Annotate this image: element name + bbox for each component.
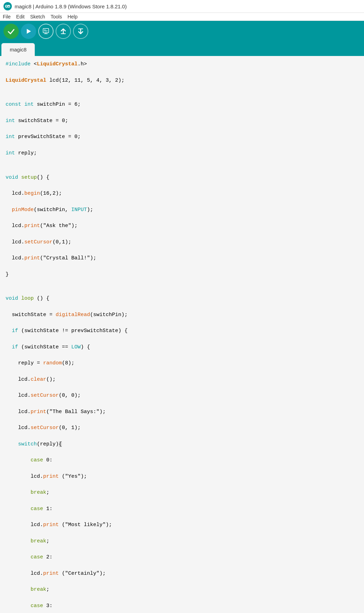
code-line-25: lcd.setCursor(0, 1); bbox=[6, 424, 358, 432]
serial-monitor-button[interactable] bbox=[38, 24, 54, 39]
code-line-4: const int switchPin = 6; bbox=[6, 100, 358, 108]
verify-button[interactable] bbox=[3, 24, 19, 39]
code-line-27: case 0: bbox=[6, 456, 358, 464]
menu-edit[interactable]: Edit bbox=[16, 14, 25, 19]
menu-help[interactable]: Help bbox=[67, 14, 78, 19]
menu-file[interactable]: File bbox=[3, 14, 11, 19]
code-line-22: lcd.clear(); bbox=[6, 376, 358, 384]
code-line-19: if (switchState != prevSwitchState) { bbox=[6, 327, 358, 335]
code-line-11: pinMode(switchPin, INPUT); bbox=[6, 206, 358, 214]
code-line-17: void loop () { bbox=[6, 295, 358, 303]
code-line-31: lcd.print ("Most likely"); bbox=[6, 521, 358, 529]
code-line-7: int reply; bbox=[6, 149, 358, 157]
menu-bar: File Edit Sketch Tools Help bbox=[0, 13, 364, 21]
upload-button[interactable] bbox=[21, 24, 36, 39]
arduino-logo bbox=[3, 2, 12, 10]
code-line-13: lcd.setCursor(0,1); bbox=[6, 238, 358, 246]
code-line-34: lcd.print ("Certainly"); bbox=[6, 570, 358, 578]
tab-magic8[interactable]: magic8 bbox=[1, 43, 35, 56]
code-line-28: lcd.print ("Yes"); bbox=[6, 473, 358, 481]
code-line-29: break; bbox=[6, 489, 358, 497]
code-line-10: lcd.begin(16,2); bbox=[6, 189, 358, 197]
toolbar bbox=[0, 21, 364, 42]
code-line-33: case 2: bbox=[6, 553, 358, 561]
svg-rect-6 bbox=[43, 29, 49, 33]
svg-marker-5 bbox=[27, 29, 31, 34]
upload-arrow-button[interactable] bbox=[56, 24, 71, 39]
code-line-32: break; bbox=[6, 537, 358, 545]
code-line-30: case 1: bbox=[6, 505, 358, 513]
window-title: magic8 | Arduino 1.8.9 (Windows Store 1.… bbox=[15, 3, 127, 9]
code-line-23: lcd.setCursor(0, 0); bbox=[6, 392, 358, 400]
code-line-14: lcd.print("Crystal Ball!"); bbox=[6, 254, 358, 262]
title-bar: magic8 | Arduino 1.8.9 (Windows Store 1.… bbox=[0, 0, 364, 13]
code-line-36: case 3: bbox=[6, 602, 358, 610]
code-line-35: break; bbox=[6, 586, 358, 594]
menu-sketch[interactable]: Sketch bbox=[30, 14, 45, 19]
code-line-1: #include <LiquidCrystal.h> bbox=[6, 60, 358, 68]
code-line-2: LiquidCrystal lcd(12, 11, 5, 4, 3, 2); bbox=[6, 76, 358, 84]
code-line-20: if (switchState == LOW) { bbox=[6, 343, 358, 351]
code-line-6: int prevSwitchState = 0; bbox=[6, 133, 358, 141]
code-line-24: lcd.print("The Ball Says:"); bbox=[6, 408, 358, 416]
code-line-15: } bbox=[6, 271, 358, 279]
code-line-26: switch(reply){ bbox=[6, 440, 358, 448]
code-line-12: lcd.print("Ask the"); bbox=[6, 222, 358, 230]
tabs-bar: magic8 bbox=[0, 42, 364, 56]
code-line-9: void setup() { bbox=[6, 174, 358, 182]
download-arrow-button[interactable] bbox=[73, 24, 88, 39]
code-line-5: int switchState = 0; bbox=[6, 117, 358, 125]
code-editor[interactable]: #include <LiquidCrystal.h> LiquidCrystal… bbox=[0, 56, 364, 613]
code-line-18: switchState = digitalRead(switchPin); bbox=[6, 311, 358, 319]
code-line-21: reply = random(8); bbox=[6, 359, 358, 367]
menu-tools[interactable]: Tools bbox=[51, 14, 62, 19]
